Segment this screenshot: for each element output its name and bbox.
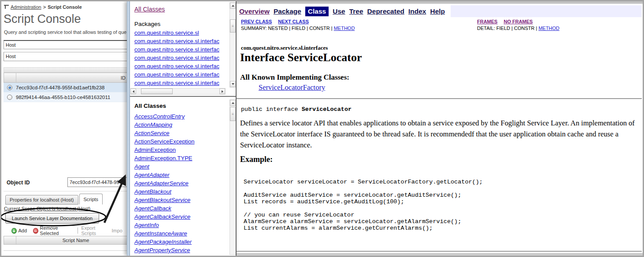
service-locator-factory-link[interactable]: ServiceLocatorFactory — [259, 83, 325, 92]
summary-text: SUMMARY: NESTED | FIELD | CONSTR | — [241, 26, 334, 31]
export-scripts-button[interactable]: Export Scripts — [81, 225, 107, 236]
package-link[interactable]: com.quest.nitro.service.sl — [134, 29, 226, 37]
scroll-up-button[interactable] — [230, 3, 236, 9]
detail-text: DETAIL: FIELD | CONSTR | — [477, 26, 538, 31]
class-link[interactable]: AgentService — [134, 254, 226, 256]
triangle-up-icon — [232, 102, 234, 104]
vertical-scrollbar[interactable]: ≡ — [229, 2, 236, 88]
nav-item[interactable]: Deprecated — [367, 7, 404, 15]
class-link[interactable]: AccessControlEntry — [134, 112, 226, 121]
class-link[interactable]: AgentCallback — [134, 204, 226, 213]
javadoc-class-page: OverviewPackageClassUseTreeDeprecatedInd… — [237, 1, 643, 256]
class-link[interactable]: AdminException — [134, 146, 226, 154]
triangle-left-icon — [133, 90, 134, 93]
detail-method-link[interactable]: METHOD — [538, 26, 559, 31]
packages-frame: All Classes Packages com.quest.nitro.ser… — [130, 1, 236, 95]
scroll-down-button[interactable] — [230, 81, 236, 87]
javadoc-nav-bar: OverviewPackageClassUseTreeDeprecatedInd… — [239, 5, 642, 17]
type-selector-2[interactable]: Host — [4, 52, 127, 61]
class-link[interactable]: AdminException.TYPE — [134, 154, 226, 162]
horizontal-rule — [237, 251, 642, 252]
example-heading: Example: — [240, 155, 273, 164]
class-link[interactable]: Agent — [134, 162, 226, 171]
scroll-left-button[interactable] — [130, 88, 136, 94]
script-console-panel: Administration > Script Console Script C… — [1, 1, 127, 256]
class-link-list: AccessControlEntryActionMappingActionSer… — [134, 112, 226, 256]
vertical-scrollbar[interactable]: ≡ — [229, 99, 236, 255]
table-row[interactable]: 7ecc93cd-f7cf-4478-955f-bd1aef1fb238 — [4, 83, 127, 92]
nav-item[interactable]: Overview — [239, 7, 270, 15]
package-link[interactable]: com.quest.nitro.service.sl.interfac — [134, 45, 226, 54]
type-selector-1[interactable]: Host — [4, 40, 127, 49]
object-id-input[interactable] — [67, 177, 127, 187]
example-code-block: ServiceLocator serviceLocator = ServiceL… — [240, 179, 483, 231]
add-button[interactable]: Add — [19, 228, 27, 233]
tab[interactable]: Scripts — [79, 194, 103, 205]
frames-link[interactable]: FRAMES — [477, 19, 497, 24]
signature-class-name: ServiceLocator — [302, 106, 352, 113]
tab-bar: Properties for localhost (Host)Scripts — [5, 193, 103, 205]
prev-class-link[interactable]: PREV CLASS — [241, 19, 272, 24]
class-link[interactable]: AgentBlackout — [134, 187, 226, 196]
package-link[interactable]: com.quest.nitro.service.sl.interfac — [134, 70, 226, 79]
add-icon[interactable]: + — [11, 228, 17, 234]
class-link[interactable]: AgentBlackoutService — [134, 196, 226, 204]
class-link[interactable]: AgentCallbackService — [134, 213, 226, 221]
table-row[interactable]: 982f9414-46aa-4555-b110-ce4581632011 — [4, 92, 127, 102]
class-title: Interface ServiceLocator — [240, 51, 362, 64]
packages-label: Packages — [134, 21, 160, 27]
class-link[interactable]: AgentAdapter — [134, 171, 226, 179]
nav-item[interactable]: Package — [274, 7, 301, 15]
nav-item[interactable]: Use — [333, 7, 345, 15]
remove-icon[interactable]: − — [33, 228, 38, 234]
package-link[interactable]: com.quest.nitro.service.sl.interfac — [134, 37, 226, 45]
class-link[interactable]: AgentAdapterService — [134, 179, 226, 187]
class-link[interactable]: AgentPackageInstaller — [134, 238, 226, 246]
frame-divider[interactable] — [130, 96, 236, 97]
nav-bar-lavender-band — [451, 5, 642, 17]
page-subtitle: Query and scripting service tool that al… — [4, 29, 126, 35]
breadcrumb: Administration > Script Console — [4, 4, 82, 10]
object-id-label: Object ID — [7, 180, 30, 186]
divider — [4, 191, 127, 191]
script-table-empty-row — [4, 245, 127, 251]
scripts-toolbar: + Add − Remove Selected Export Scripts I… — [5, 227, 127, 235]
nav-item[interactable]: Index — [408, 7, 426, 15]
next-class-link[interactable]: NEXT CLASS — [278, 19, 309, 24]
id-table-header: ID — [4, 73, 127, 83]
radio-unselected-icon[interactable] — [7, 95, 12, 100]
scrollbar-thumb[interactable]: ≡ — [230, 107, 236, 121]
launch-service-layer-documentation-button[interactable]: Launch Service Layer Documentation — [5, 213, 99, 224]
summary-method-link[interactable]: METHOD — [334, 26, 355, 31]
tab[interactable]: Properties for localhost (Host) — [5, 195, 78, 205]
nav-item[interactable]: Tree — [349, 7, 363, 15]
breadcrumb-administration-link[interactable]: Administration — [11, 4, 41, 10]
remove-selected-button[interactable]: Remove Selected — [40, 225, 73, 236]
class-link[interactable]: AgentInfo — [134, 221, 226, 229]
window-bottom-edge — [237, 253, 643, 256]
scrollbar-thumb[interactable]: ≡ — [230, 19, 236, 33]
package-link[interactable]: com.quest.nitro.service.sl.interfac — [134, 79, 226, 87]
radio-selected-icon[interactable] — [7, 85, 12, 90]
class-link[interactable]: ActionMapping — [134, 121, 226, 129]
nav-item[interactable]: Class — [305, 7, 329, 16]
class-link[interactable]: ActionServiceException — [134, 137, 226, 146]
all-classes-link[interactable]: All Classes — [134, 6, 165, 13]
scrollbar-thumb[interactable] — [141, 88, 173, 94]
class-link[interactable]: ActionService — [134, 129, 226, 137]
package-link[interactable]: com.quest.nitro.service.sl.interfac — [134, 62, 226, 70]
triangle-up-icon — [232, 5, 234, 7]
class-link[interactable]: AgentPropertyService — [134, 246, 226, 254]
nav-item[interactable]: Help — [430, 7, 445, 15]
no-frames-link[interactable]: NO FRAMES — [503, 19, 533, 24]
import-scripts-button[interactable]: Impo — [112, 228, 122, 233]
javadoc-frames-window: All Classes Packages com.quest.nitro.ser… — [127, 1, 237, 256]
class-pager-links: PREV CLASSNEXT CLASS — [241, 19, 315, 24]
horizontal-scrollbar[interactable] — [130, 88, 226, 95]
scroll-right-button[interactable] — [219, 88, 225, 94]
toolbar-divider — [78, 228, 78, 234]
class-link[interactable]: AgentInstanceAware — [134, 229, 226, 238]
id-column-header: ID — [16, 75, 127, 81]
scroll-up-button[interactable] — [230, 100, 236, 106]
package-link[interactable]: com.quest.nitro.service.sl.interfac — [134, 54, 226, 62]
